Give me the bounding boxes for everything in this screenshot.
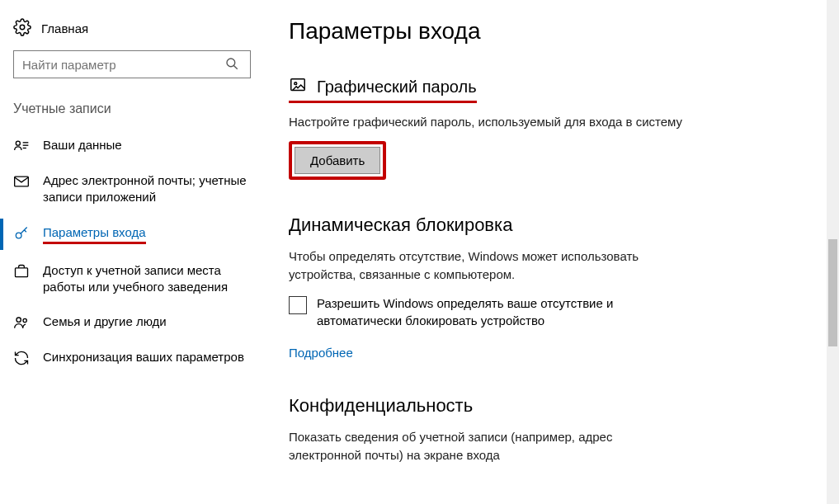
sidebar-item-label: Ваши данные	[43, 137, 122, 153]
sidebar-section-caption: Учетные записи	[13, 101, 256, 116]
highlight-box: Добавить	[289, 141, 386, 180]
people-icon	[13, 314, 30, 331]
page-title: Параметры входа	[289, 18, 806, 45]
svg-rect-7	[15, 177, 29, 186]
sidebar-item-your-info[interactable]: Ваши данные	[13, 128, 256, 163]
sidebar-item-sign-in-options[interactable]: Параметры входа	[13, 215, 256, 253]
sync-icon	[13, 350, 30, 366]
home-label: Главная	[41, 21, 88, 35]
search-icon	[224, 56, 239, 71]
sidebar-item-label: Адрес электронной почты; учетные записи …	[43, 172, 252, 206]
svg-point-0	[20, 25, 25, 30]
key-icon	[13, 225, 30, 242]
gear-icon	[13, 18, 31, 39]
scrollbar-thumb[interactable]	[828, 239, 837, 346]
svg-point-1	[227, 59, 235, 67]
svg-rect-9	[16, 268, 28, 277]
sidebar-item-label: Синхронизация ваших параметров	[43, 349, 244, 365]
section-title: Конфиденциальность	[289, 395, 806, 417]
id-card-icon	[13, 138, 30, 154]
svg-line-2	[233, 65, 237, 68]
vertical-scrollbar[interactable]	[827, 0, 839, 504]
settings-sidebar: Главная Учетные записи Ваши данные	[0, 0, 264, 504]
mail-icon	[13, 173, 30, 190]
settings-content: Параметры входа Графический пароль Настр…	[264, 0, 839, 504]
search-container	[13, 50, 256, 78]
sidebar-item-label: Семья и другие люди	[43, 313, 167, 330]
sidebar-item-label: Доступ к учетной записи места работы или…	[43, 262, 252, 296]
home-link[interactable]: Главная	[13, 13, 256, 50]
search-input[interactable]	[13, 50, 251, 78]
sidebar-item-label: Параметры входа	[43, 224, 146, 244]
section-desc: Чтобы определять отсутствие, Windows мож…	[289, 247, 685, 284]
svg-point-11	[23, 319, 26, 323]
svg-point-10	[16, 318, 21, 322]
sidebar-item-work-access[interactable]: Доступ к учетной записи места работы или…	[13, 253, 256, 305]
sidebar-item-sync[interactable]: Синхронизация ваших параметров	[13, 340, 256, 375]
image-icon	[289, 76, 307, 97]
svg-point-13	[295, 82, 297, 85]
checkbox-label: Разрешить Windows определять ваше отсутс…	[317, 294, 663, 329]
dynamic-lock-checkbox[interactable]	[289, 296, 307, 314]
learn-more-link[interactable]: Подробнее	[289, 346, 353, 360]
section-privacy: Конфиденциальность Показать сведения об …	[289, 395, 806, 464]
section-title: Графический пароль	[317, 78, 477, 97]
briefcase-icon	[13, 263, 30, 280]
section-desc: Настройте графический пароль, используем…	[289, 113, 685, 131]
section-title: Динамическая блокировка	[289, 214, 806, 236]
sidebar-item-email-accounts[interactable]: Адрес электронной почты; учетные записи …	[13, 163, 256, 215]
sidebar-item-family[interactable]: Семья и другие люди	[13, 304, 256, 340]
section-dynamic-lock: Динамическая блокировка Чтобы определять…	[289, 214, 806, 361]
section-picture-password: Графический пароль Настройте графический…	[289, 76, 806, 180]
add-button[interactable]: Добавить	[295, 147, 380, 174]
section-desc: Показать сведения об учетной записи (нап…	[289, 428, 685, 464]
svg-point-3	[16, 141, 20, 145]
